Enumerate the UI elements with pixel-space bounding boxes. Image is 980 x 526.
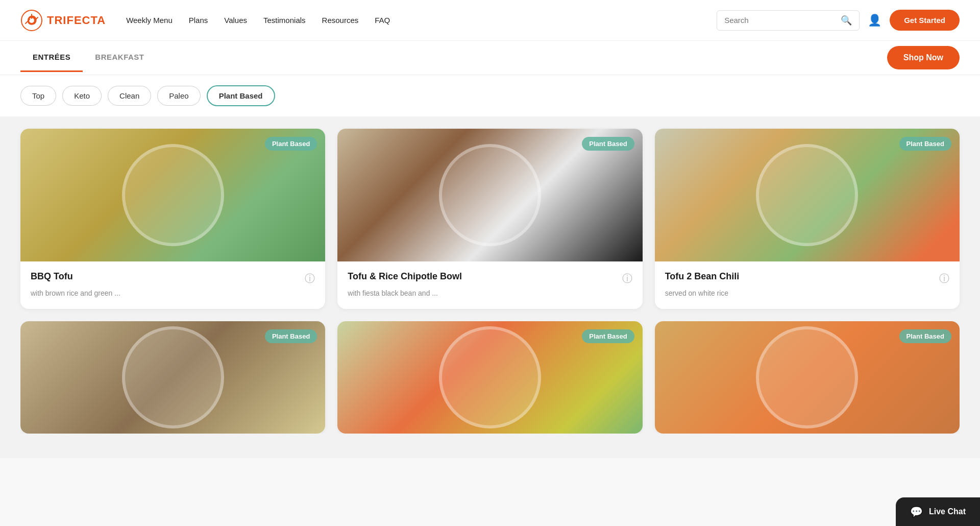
card-body-tofu-chili: Tofu 2 Bean Chili ⓘ served on white rice xyxy=(655,261,960,309)
logo[interactable]: TRIFECTA xyxy=(20,9,106,32)
nav-testimonials[interactable]: Testimonials xyxy=(263,16,306,25)
filter-section: Top Keto Clean Paleo Plant Based xyxy=(0,75,980,116)
search-bar: 🔍 xyxy=(717,10,860,31)
filter-paleo[interactable]: Paleo xyxy=(157,86,200,106)
plate-circle-b3 xyxy=(756,326,858,428)
filter-keto[interactable]: Keto xyxy=(62,86,102,106)
nav-values[interactable]: Values xyxy=(224,16,247,25)
search-input[interactable] xyxy=(724,16,841,25)
card-desc-bbq-tofu: with brown rice and green ... xyxy=(31,289,315,299)
tabs: ENTRÉES BREAKFAST xyxy=(20,43,157,72)
card-tofu-chili: Plant Based Tofu 2 Bean Chili ⓘ served o… xyxy=(655,129,960,309)
card-bottom-2: Plant Based xyxy=(337,321,642,434)
nav-resources[interactable]: Resources xyxy=(322,16,359,25)
info-icon-tofu-rice[interactable]: ⓘ xyxy=(622,272,632,285)
logo-icon xyxy=(20,9,43,32)
badge-tofu-rice: Plant Based xyxy=(582,137,634,151)
filter-top[interactable]: Top xyxy=(20,86,56,106)
card-desc-tofu-chili: served on white rice xyxy=(665,289,949,299)
filter-plant-based[interactable]: Plant Based xyxy=(207,85,275,106)
card-image-bottom-3: Plant Based xyxy=(655,321,960,434)
card-title-bbq-tofu: BBQ Tofu xyxy=(31,271,73,282)
card-image-bottom-1: Plant Based xyxy=(20,321,325,434)
card-title-tofu-chili: Tofu 2 Bean Chili xyxy=(665,271,740,282)
header-right: 🔍 👤 Get Started xyxy=(717,10,960,31)
info-icon-tofu-chili[interactable]: ⓘ xyxy=(939,272,949,285)
card-image-tofu-rice: Plant Based xyxy=(337,129,642,261)
badge-bbq-tofu: Plant Based xyxy=(265,137,317,151)
badge-tofu-chili: Plant Based xyxy=(899,137,951,151)
nav-faq[interactable]: FAQ xyxy=(375,16,390,25)
badge-bottom-1: Plant Based xyxy=(265,329,317,343)
plate-circle-b1 xyxy=(122,326,224,428)
card-image-bottom-2: Plant Based xyxy=(337,321,642,434)
main-nav: Weekly Menu Plans Values Testimonials Re… xyxy=(126,16,717,25)
card-body-bbq-tofu: BBQ Tofu ⓘ with brown rice and green ... xyxy=(20,261,325,309)
card-tofu-rice: Plant Based Tofu & Rice Chipotle Bowl ⓘ … xyxy=(337,129,642,309)
card-title-row: BBQ Tofu ⓘ xyxy=(31,271,315,285)
tab-entrees[interactable]: ENTRÉES xyxy=(20,43,83,72)
shop-now-button[interactable]: Shop Now xyxy=(887,46,960,69)
filter-clean[interactable]: Clean xyxy=(108,86,151,106)
tabs-section: ENTRÉES BREAKFAST Shop Now xyxy=(0,41,980,75)
logo-text: TRIFECTA xyxy=(47,14,106,27)
nav-plans[interactable]: Plans xyxy=(189,16,208,25)
main-content: Plant Based BBQ Tofu ⓘ with brown rice a… xyxy=(0,116,980,458)
card-title-row-3: Tofu 2 Bean Chili ⓘ xyxy=(665,271,949,285)
card-desc-tofu-rice: with fiesta black bean and ... xyxy=(348,289,632,299)
card-title-row-2: Tofu & Rice Chipotle Bowl ⓘ xyxy=(348,271,632,285)
card-bbq-tofu: Plant Based BBQ Tofu ⓘ with brown rice a… xyxy=(20,129,325,309)
card-bottom-1: Plant Based xyxy=(20,321,325,434)
card-image-bbq-tofu: Plant Based xyxy=(20,129,325,261)
search-icon: 🔍 xyxy=(841,15,852,26)
card-image-tofu-chili: Plant Based xyxy=(655,129,960,261)
tab-breakfast[interactable]: BREAKFAST xyxy=(83,43,156,72)
plate-circle-3 xyxy=(756,144,858,246)
card-title-tofu-rice: Tofu & Rice Chipotle Bowl xyxy=(348,271,462,282)
get-started-button[interactable]: Get Started xyxy=(890,10,960,31)
card-body-tofu-rice: Tofu & Rice Chipotle Bowl ⓘ with fiesta … xyxy=(337,261,642,309)
plate-circle-b2 xyxy=(439,326,541,428)
card-bottom-3: Plant Based xyxy=(655,321,960,434)
cards-grid-bottom: Plant Based Plant Based Plant Based xyxy=(20,321,960,434)
badge-bottom-2: Plant Based xyxy=(582,329,634,343)
search-icon-button[interactable]: 🔍 xyxy=(841,15,852,26)
plate-circle-2 xyxy=(439,144,541,246)
info-icon-bbq-tofu[interactable]: ⓘ xyxy=(305,272,315,285)
nav-weekly-menu[interactable]: Weekly Menu xyxy=(126,16,173,25)
header: TRIFECTA Weekly Menu Plans Values Testim… xyxy=(0,0,980,41)
user-account-button[interactable]: 👤 xyxy=(868,14,881,27)
badge-bottom-3: Plant Based xyxy=(899,329,951,343)
plate-circle xyxy=(122,144,224,246)
user-icon: 👤 xyxy=(868,14,881,27)
cards-grid-top: Plant Based BBQ Tofu ⓘ with brown rice a… xyxy=(20,129,960,309)
